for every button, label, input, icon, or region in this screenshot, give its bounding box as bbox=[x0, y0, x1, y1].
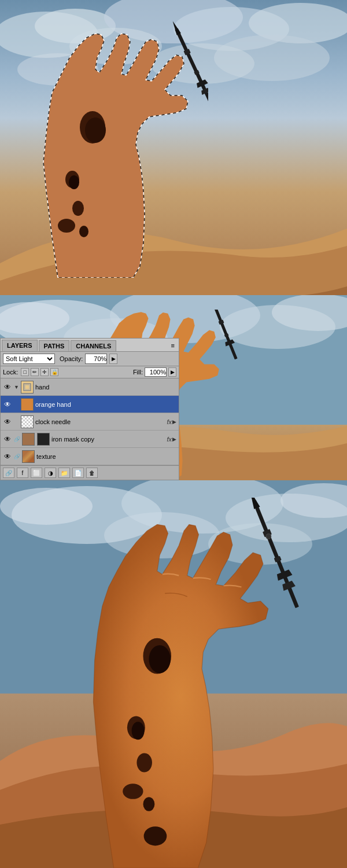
new-group-button[interactable]: 📁 bbox=[58, 468, 70, 478]
fx-label-iron-mask: fx bbox=[167, 436, 172, 443]
svg-point-47 bbox=[149, 645, 171, 674]
opacity-label: Opacity: bbox=[60, 355, 83, 362]
svg-marker-19 bbox=[171, 20, 181, 35]
visibility-eye-texture[interactable]: 👁 bbox=[3, 452, 12, 461]
layers-bottom-bar: 🔗 f ⬜ ◑ 📁 📄 🗑 bbox=[1, 465, 179, 480]
layer-mask-thumb-iron-mask bbox=[37, 433, 50, 446]
layer-name-iron-mask: iron mask copy bbox=[51, 436, 165, 443]
lock-transparent-icon[interactable]: □ bbox=[21, 368, 29, 376]
panel-menu-button[interactable]: ≡ bbox=[168, 341, 178, 350]
layer-thumb-hand bbox=[21, 381, 34, 393]
layers-tabs: LAYERS PATHS CHANNELS ≡ bbox=[1, 339, 179, 352]
opacity-input[interactable] bbox=[85, 354, 107, 364]
layers-list: 👁 ▼ hand 👁 orange hand 👁 bbox=[1, 378, 179, 465]
layer-thumb-orange-hand bbox=[21, 398, 34, 411]
layer-styles-button[interactable]: f bbox=[17, 468, 28, 478]
delete-layer-button[interactable]: 🗑 bbox=[86, 468, 98, 478]
chain-link-iron-mask: 🔗 bbox=[14, 436, 20, 442]
visibility-eye-iron-mask[interactable]: 👁 bbox=[3, 435, 12, 444]
visibility-eye-hand[interactable]: 👁 bbox=[3, 382, 12, 392]
fx-button-iron-mask[interactable]: fx ▶ bbox=[167, 436, 176, 443]
layer-row-iron-mask[interactable]: 👁 🔗 iron mask copy fx ▶ bbox=[1, 431, 179, 448]
layer-row-orange-hand[interactable]: 👁 orange hand bbox=[1, 396, 179, 413]
svg-point-51 bbox=[123, 784, 143, 799]
hand-top-svg bbox=[12, 17, 208, 278]
layers-panel: LAYERS PATHS CHANNELS ≡ Soft Light Norma… bbox=[0, 338, 179, 480]
svg-point-14 bbox=[69, 175, 79, 189]
layer-name-hand: hand bbox=[35, 384, 176, 391]
lock-all-icon[interactable]: 🔒 bbox=[50, 368, 58, 376]
svg-marker-55 bbox=[247, 498, 260, 509]
svg-point-49 bbox=[132, 722, 145, 740]
svg-point-17 bbox=[79, 226, 88, 237]
svg-point-15 bbox=[72, 201, 84, 216]
visibility-eye-orange-hand[interactable]: 👁 bbox=[3, 400, 12, 409]
layer-row-texture[interactable]: 👁 🔗 texture bbox=[1, 448, 179, 465]
fx-label-clock-needle: fx bbox=[167, 418, 172, 425]
tab-layers[interactable]: LAYERS bbox=[2, 340, 38, 351]
svg-point-16 bbox=[58, 219, 75, 233]
bottom-hand-svg bbox=[14, 498, 315, 868]
layer-name-clock-needle: clock needle bbox=[35, 418, 165, 425]
layer-name-texture: texture bbox=[36, 453, 176, 460]
blend-mode-select[interactable]: Soft Light Normal Multiply Screen Overla… bbox=[3, 354, 55, 364]
fill-input[interactable] bbox=[145, 367, 167, 377]
tab-channels[interactable]: CHANNELS bbox=[71, 340, 116, 351]
fx-arrow-clock-needle: ▶ bbox=[172, 419, 176, 425]
layer-thumb-iron-mask bbox=[22, 433, 35, 446]
layer-thumb-clock-needle bbox=[21, 415, 34, 428]
fill-arrow[interactable]: ▶ bbox=[168, 367, 176, 377]
layer-row-clock-needle[interactable]: 👁 clock needle fx ▶ bbox=[1, 413, 179, 431]
layer-row-hand[interactable]: 👁 ▼ hand bbox=[1, 378, 179, 396]
link-layers-button[interactable]: 🔗 bbox=[3, 468, 14, 478]
opacity-arrow[interactable]: ▶ bbox=[109, 354, 117, 364]
adjustment-layer-button[interactable]: ◑ bbox=[45, 468, 56, 478]
expand-arrow-hand[interactable]: ▼ bbox=[14, 384, 19, 390]
blend-opacity-row: Soft Light Normal Multiply Screen Overla… bbox=[1, 352, 179, 366]
layer-mask-button[interactable]: ⬜ bbox=[31, 468, 42, 478]
tab-paths[interactable]: PATHS bbox=[39, 340, 70, 351]
layer-name-orange-hand: orange hand bbox=[35, 401, 176, 408]
fx-arrow-iron-mask: ▶ bbox=[172, 436, 176, 442]
visibility-eye-clock-needle[interactable]: 👁 bbox=[3, 417, 12, 426]
lock-pixels-icon[interactable]: ✏ bbox=[31, 368, 39, 376]
top-panel bbox=[0, 0, 347, 295]
layer-thumb-texture bbox=[22, 450, 35, 463]
svg-rect-54 bbox=[252, 500, 299, 608]
lock-label: Lock: bbox=[3, 369, 18, 376]
svg-rect-37 bbox=[25, 385, 29, 389]
svg-point-53 bbox=[144, 826, 167, 845]
svg-point-12 bbox=[85, 117, 106, 143]
fill-label: Fill: bbox=[133, 369, 143, 376]
new-layer-button[interactable]: 📄 bbox=[72, 468, 84, 478]
mid-panel: LAYERS PATHS CHANNELS ≡ Soft Light Norma… bbox=[0, 295, 347, 480]
chain-link-texture: 🔗 bbox=[14, 454, 20, 459]
bottom-panel bbox=[0, 480, 347, 868]
lock-fill-row: Lock: □ ✏ ✛ 🔒 Fill: ▶ bbox=[1, 366, 179, 378]
svg-point-50 bbox=[136, 753, 152, 772]
svg-point-52 bbox=[143, 797, 154, 811]
fx-button-clock-needle[interactable]: fx ▶ bbox=[167, 418, 176, 425]
lock-position-icon[interactable]: ✛ bbox=[40, 368, 49, 376]
